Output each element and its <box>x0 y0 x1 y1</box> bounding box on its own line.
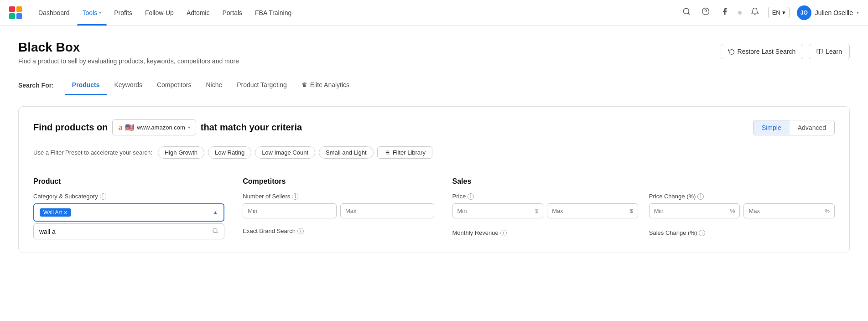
category-field-label: Category & Subcategory i <box>33 193 224 200</box>
nav-fbatraining[interactable]: FBA Training <box>249 0 297 26</box>
sales-change-label: Sales Change (%) i <box>649 229 835 236</box>
sellers-field-label: Number of Sellers i <box>243 193 434 200</box>
page-header: Black Box Find a product to sell by eval… <box>18 40 850 76</box>
sales-change-info-icon[interactable]: i <box>699 230 705 236</box>
bell-icon-button[interactable] <box>749 5 761 20</box>
sellers-min-input-wrapper <box>243 203 337 218</box>
chevron-down-icon: ▾ <box>782 9 785 16</box>
nav-adtomic[interactable]: Adtomic <box>181 0 215 26</box>
price-change-range: % % <box>649 203 835 218</box>
nav-items: Dashboard Tools ▾ Profits Follow-Up Adto… <box>33 0 681 26</box>
sellers-info-icon[interactable]: i <box>292 193 298 200</box>
filter-presets-row: Use a Filter Preset to accelerate your s… <box>33 145 835 159</box>
category-tags: Wall Art × <box>40 208 213 217</box>
chevron-down-icon: ▾ <box>188 125 190 130</box>
brand-info-icon[interactable]: i <box>297 228 304 234</box>
competitors-section: Competitors Number of Sellers i Exact Br <box>243 177 434 240</box>
tab-niche[interactable]: Niche <box>198 76 229 95</box>
us-flag-icon: 🇺🇸 <box>125 123 134 132</box>
brand-field-label: Exact Brand Search i <box>243 228 434 234</box>
amazon-url-text: www.amazon.com <box>137 124 185 131</box>
search-for-tabs: Search For: Products Keywords Competitor… <box>18 76 850 95</box>
price-change-field: Price Change (%) i % % <box>649 193 835 218</box>
page-title: Black Box <box>18 40 239 55</box>
tab-keywords[interactable]: Keywords <box>107 76 150 95</box>
price-min-input[interactable] <box>457 207 534 214</box>
search-for-label: Search For: <box>18 82 54 89</box>
category-search-box[interactable] <box>33 223 224 239</box>
user-menu-button[interactable]: JO Julien Oseille ▾ <box>797 5 859 20</box>
price-max-input[interactable] <box>552 207 628 214</box>
price-change-field-label: Price Change (%) i <box>649 193 835 200</box>
search-icon <box>212 228 218 234</box>
app-logo[interactable] <box>9 6 22 19</box>
tab-product-targeting[interactable]: Product Targeting <box>229 76 294 95</box>
preset-high-growth[interactable]: High Growth <box>158 146 204 159</box>
svg-point-10 <box>213 228 217 233</box>
tab-products[interactable]: Products <box>65 76 107 95</box>
crown-icon: ♛ <box>301 81 307 88</box>
page-subtitle: Find a product to sell by evaluating pro… <box>18 57 239 65</box>
price-field: Price i $ $ <box>452 193 638 218</box>
preset-small-and-light[interactable]: Small and Light <box>319 146 374 159</box>
page-actions: Restore Last Search Learn <box>721 44 850 59</box>
price-min-input-wrapper: $ <box>452 203 544 218</box>
sellers-min-input[interactable] <box>248 207 332 214</box>
category-search-input[interactable] <box>39 228 208 235</box>
svg-point-0 <box>683 8 689 14</box>
nav-dashboard[interactable]: Dashboard <box>33 0 75 26</box>
tab-elite-analytics[interactable]: ♛ Elite Analytics <box>294 76 357 95</box>
category-info-icon[interactable]: i <box>100 193 106 200</box>
restore-icon <box>728 48 735 55</box>
preset-low-image-count[interactable]: Low Image Count <box>255 146 315 159</box>
category-select[interactable]: Wall Art × ▲ <box>33 203 224 222</box>
product-section: Product Category & Subcategory i Wall Ar… <box>33 177 224 240</box>
facebook-icon-button[interactable] <box>719 5 731 20</box>
sales-section-title: Sales <box>452 177 835 186</box>
price-range: $ $ <box>452 203 638 218</box>
price-change-info-icon[interactable]: i <box>697 193 704 200</box>
simple-view-button[interactable]: Simple <box>754 120 790 135</box>
price-change-max-input[interactable] <box>748 207 823 214</box>
brand-search-section: Exact Brand Search i <box>243 228 434 234</box>
monthly-revenue-info-icon[interactable]: i <box>500 230 507 236</box>
nav-profits[interactable]: Profits <box>109 0 138 26</box>
wall-art-tag: Wall Art × <box>40 208 71 217</box>
tab-competitors[interactable]: Competitors <box>150 76 198 95</box>
amazon-marketplace-selector[interactable]: a 🇺🇸 www.amazon.com ▾ <box>112 119 196 135</box>
price-change-min-input[interactable] <box>654 207 728 214</box>
page-title-block: Black Box Find a product to sell by eval… <box>18 40 239 76</box>
sales-grid: Price i $ $ <box>452 193 835 240</box>
tag-remove-button[interactable]: × <box>64 209 68 216</box>
search-submit-button[interactable] <box>212 228 218 235</box>
preset-low-rating[interactable]: Low Rating <box>208 146 251 159</box>
nav-portals[interactable]: Portals <box>217 0 248 26</box>
learn-button[interactable]: Learn <box>809 44 850 59</box>
filter-library-icon <box>384 150 390 155</box>
amazon-logo-icon: a <box>118 123 122 132</box>
filter-library-button[interactable]: Filter Library <box>377 146 432 159</box>
competitors-section-title: Competitors <box>243 177 434 186</box>
advanced-view-button[interactable]: Advanced <box>790 120 834 135</box>
price-change-max-wrapper: % <box>743 203 835 218</box>
chevron-down-icon: ▾ <box>857 10 859 15</box>
find-products-row: Find products on a 🇺🇸 www.amazon.com ▾ t… <box>33 119 835 135</box>
nav-followup[interactable]: Follow-Up <box>140 0 179 26</box>
search-icon-button[interactable] <box>681 5 692 20</box>
restore-last-search-button[interactable]: Restore Last Search <box>721 44 804 59</box>
sales-change-field: Sales Change (%) i <box>649 229 835 240</box>
nav-tools[interactable]: Tools ▾ <box>77 0 107 26</box>
top-navigation: Dashboard Tools ▾ Profits Follow-Up Adto… <box>0 0 868 26</box>
price-max-input-wrapper: $ <box>547 203 638 218</box>
language-selector[interactable]: EN ▾ <box>768 7 790 18</box>
find-suffix-text: that match your criteria <box>201 122 302 133</box>
help-icon-button[interactable] <box>700 5 712 20</box>
svg-line-1 <box>688 13 689 14</box>
search-box: Find products on a 🇺🇸 www.amazon.com ▾ t… <box>18 106 850 253</box>
view-toggle: Simple Advanced <box>753 120 835 135</box>
sellers-max-input-wrapper <box>340 203 434 218</box>
sellers-max-input[interactable] <box>345 207 429 214</box>
price-info-icon[interactable]: i <box>468 193 474 200</box>
book-icon <box>816 48 823 55</box>
price-field-label: Price i <box>452 193 638 200</box>
